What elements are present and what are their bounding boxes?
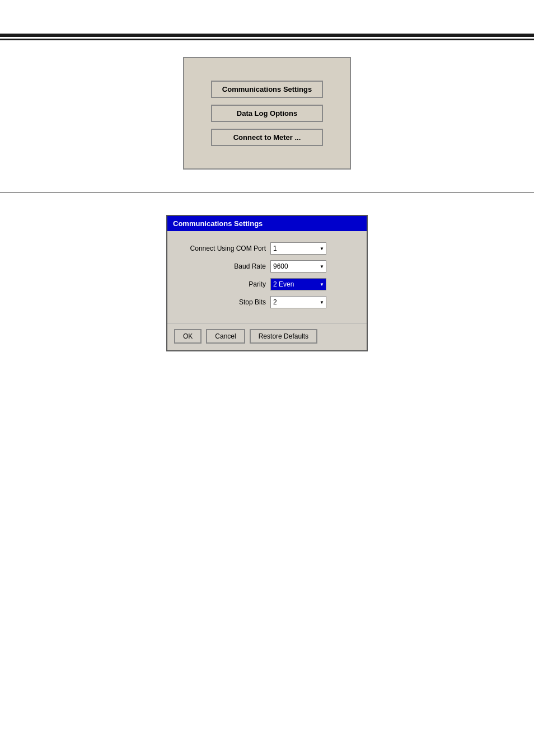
dialog-title: Communications Settings	[167, 216, 367, 231]
restore-defaults-button[interactable]: Restore Defaults	[250, 329, 317, 344]
stop-bits-row: Stop Bits 1 2 ▼	[176, 296, 358, 308]
baud-rate-row: Baud Rate 1200 2400 4800 9600 19200 ▼	[176, 260, 358, 273]
stop-bits-label: Stop Bits	[176, 298, 266, 306]
parity-row: Parity None Odd 2 Even ▼	[176, 278, 358, 290]
baud-rate-label: Baud Rate	[176, 262, 266, 270]
comm-settings-dialog: Communications Settings Connect Using CO…	[166, 215, 368, 351]
data-log-options-button[interactable]: Data Log Options	[211, 105, 323, 122]
parity-wrapper: None Odd 2 Even ▼	[270, 278, 326, 290]
parity-select[interactable]: None Odd 2 Even	[270, 278, 326, 290]
menu-section: Communications Settings Data Log Options…	[0, 57, 534, 170]
baud-rate-wrapper: 1200 2400 4800 9600 19200 ▼	[270, 260, 326, 273]
stop-bits-select[interactable]: 1 2	[270, 296, 326, 308]
com-port-wrapper: 1 2 3 4 ▼	[270, 242, 326, 255]
baud-rate-select[interactable]: 1200 2400 4800 9600 19200	[270, 260, 326, 273]
com-port-row: Connect Using COM Port 1 2 3 4 ▼	[176, 242, 358, 255]
section-divider	[0, 192, 534, 192]
top-bars	[0, 34, 534, 40]
communications-settings-button[interactable]: Communications Settings	[211, 81, 323, 98]
ok-button[interactable]: OK	[174, 329, 202, 344]
cancel-button[interactable]: Cancel	[206, 329, 245, 344]
connect-to-meter-button[interactable]: Connect to Meter ...	[211, 129, 323, 146]
menu-dialog: Communications Settings Data Log Options…	[183, 57, 351, 170]
bar-thin	[0, 39, 534, 40]
dialog-buttons: OK Cancel Restore Defaults	[167, 323, 367, 350]
comm-settings-section: Communications Settings Connect Using CO…	[0, 215, 534, 351]
bar-thick	[0, 34, 534, 37]
parity-label: Parity	[176, 280, 266, 288]
dialog-body: Connect Using COM Port 1 2 3 4 ▼ Baud Ra…	[167, 231, 367, 323]
com-port-label: Connect Using COM Port	[176, 245, 266, 252]
stop-bits-wrapper: 1 2 ▼	[270, 296, 326, 308]
com-port-select[interactable]: 1 2 3 4	[270, 242, 326, 255]
